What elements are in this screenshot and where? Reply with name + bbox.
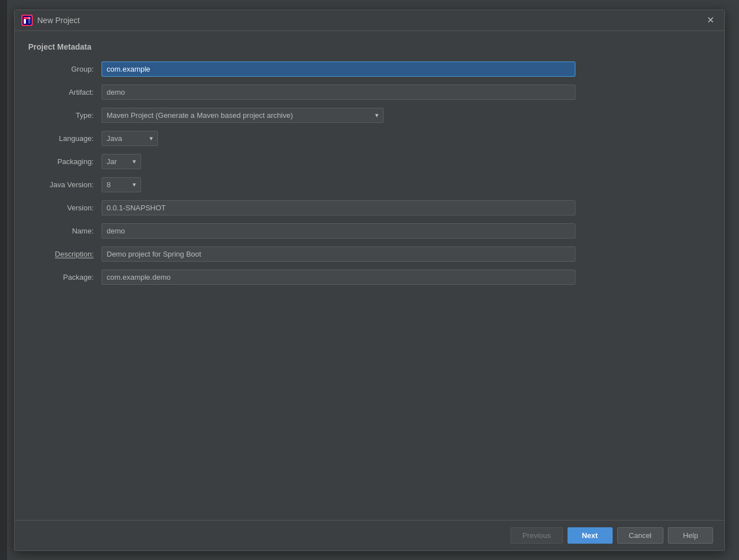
type-row: Type: Maven Project (Generate a Maven ba… <box>28 108 711 123</box>
description-input[interactable] <box>102 246 575 262</box>
dialog-body: Project Metadata Group: Artifact: Type: … <box>15 31 724 520</box>
close-button[interactable]: ✕ <box>703 15 718 26</box>
name-row: Name: <box>28 223 711 239</box>
java-version-select-wrapper: 8 11 17 21 ▼ <box>102 177 141 192</box>
description-label-text: Description: <box>55 250 94 258</box>
package-label: Package: <box>28 273 102 281</box>
dialog-titlebar: New Project ✕ <box>15 10 724 31</box>
name-label: Name: <box>28 227 102 235</box>
java-version-select[interactable]: 8 11 17 21 <box>102 178 140 192</box>
section-title: Project Metadata <box>28 42 711 51</box>
packaging-select-wrapper: Jar War ▼ <box>102 154 141 169</box>
packaging-row: Packaging: Jar War ▼ <box>28 154 711 169</box>
packaging-label: Packaging: <box>28 157 102 166</box>
language-row: Language: Java Kotlin Groovy ▼ <box>28 131 711 146</box>
new-project-dialog: New Project ✕ Project Metadata Group: Ar… <box>14 10 725 551</box>
version-label: Version: <box>28 204 102 212</box>
description-label: Description: <box>28 250 102 258</box>
next-button[interactable]: Next <box>568 527 613 544</box>
type-label: Type: <box>28 111 102 120</box>
package-row: Package: <box>28 270 711 285</box>
version-input[interactable] <box>102 200 575 215</box>
dialog-footer: Previous Next Cancel Help <box>15 520 724 550</box>
description-row: Description: <box>28 246 711 262</box>
dialog-title: New Project <box>37 16 80 25</box>
packaging-select[interactable]: Jar War <box>102 155 140 169</box>
artifact-row: Artifact: <box>28 85 711 100</box>
type-select[interactable]: Maven Project (Generate a Maven based pr… <box>102 108 383 122</box>
cancel-button[interactable]: Cancel <box>617 527 663 544</box>
group-row: Group: <box>28 61 711 77</box>
package-input[interactable] <box>102 270 575 285</box>
type-select-wrapper: Maven Project (Generate a Maven based pr… <box>102 108 384 123</box>
help-button[interactable]: Help <box>668 527 713 544</box>
language-select-wrapper: Java Kotlin Groovy ▼ <box>102 131 158 146</box>
language-select[interactable]: Java Kotlin Groovy <box>102 131 157 145</box>
artifact-label: Artifact: <box>28 88 102 96</box>
svg-rect-4 <box>28 17 30 24</box>
group-input[interactable] <box>102 61 575 77</box>
language-label: Language: <box>28 134 102 143</box>
name-input[interactable] <box>102 223 575 239</box>
artifact-input[interactable] <box>102 85 575 100</box>
group-label: Group: <box>28 65 102 73</box>
app-icon <box>21 15 33 26</box>
version-row: Version: <box>28 200 711 215</box>
java-version-row: Java Version: 8 11 17 21 ▼ <box>28 177 711 192</box>
previous-button[interactable]: Previous <box>511 527 563 544</box>
dialog-title-left: New Project <box>21 15 80 26</box>
java-version-label: Java Version: <box>28 180 102 189</box>
